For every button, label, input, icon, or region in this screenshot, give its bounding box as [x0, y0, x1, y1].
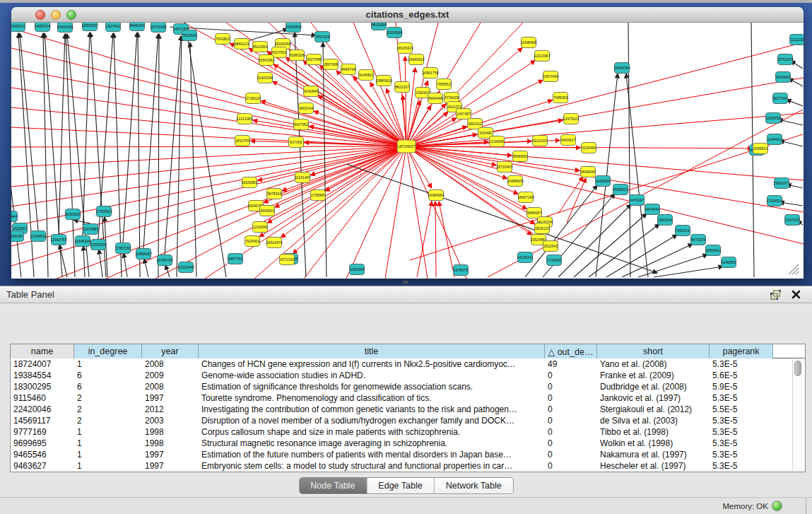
table-row[interactable]: 1456911722003Disruption of a novel membe…: [11, 415, 805, 426]
table-cell[interactable]: 2008: [142, 381, 199, 392]
table-cell[interactable]: Hescheler et al. (1997): [597, 460, 710, 472]
table-cell[interactable]: 0: [545, 460, 597, 472]
table-cell[interactable]: 5.3E-5: [710, 460, 773, 472]
table-row[interactable]: 1872400712008Changes of HCN gene express…: [11, 358, 805, 370]
table-cell[interactable]: 5.5E-5: [710, 404, 773, 415]
table-cell[interactable]: 18300295: [11, 381, 74, 392]
table-cell[interactable]: Stergiakouli et al. (2012): [597, 404, 710, 415]
table-cell[interactable]: 5.3E-5: [710, 392, 773, 404]
column-header[interactable]: title: [199, 344, 545, 358]
table-cell[interactable]: 5.9E-5: [710, 381, 773, 392]
table-cell[interactable]: 6: [74, 370, 142, 381]
table-cell[interactable]: Structural magnetic resonance image aver…: [199, 438, 545, 449]
table-cell[interactable]: 0: [545, 370, 597, 381]
table-row[interactable]: 1830029562008Estimation of significance …: [11, 381, 805, 392]
table-cell[interactable]: Nakamura et al. (1997): [597, 449, 710, 460]
table-row[interactable]: 977716911998Corpus callosum shape and si…: [11, 426, 805, 438]
table-cell[interactable]: 0: [545, 449, 597, 460]
resize-grip[interactable]: [789, 264, 799, 274]
table-cell[interactable]: 1: [74, 358, 142, 370]
table-cell[interactable]: 18724007: [11, 358, 74, 370]
table-cell[interactable]: 2012: [142, 404, 199, 415]
table-cell[interactable]: 14569117: [11, 415, 74, 426]
table-cell[interactable]: Tourette syndrome. Phenomenology and cla…: [199, 392, 545, 404]
table-cell[interactable]: 5.3E-5: [710, 449, 773, 460]
column-header[interactable]: in_degree: [74, 344, 142, 358]
table-row[interactable]: 946362711997Embryonic stem cells: a mode…: [11, 460, 805, 472]
scrollbar-thumb[interactable]: [794, 361, 801, 376]
table-cell[interactable]: 5.3E-5: [710, 415, 773, 426]
table-cell[interactable]: Dudbridge et al. (2008): [597, 381, 710, 392]
tab-network-table[interactable]: Network Table: [435, 478, 513, 493]
table-cell[interactable]: 1997: [142, 392, 199, 404]
column-header[interactable]: short: [597, 344, 710, 358]
graph-node-label: 7955812: [437, 82, 451, 86]
table-cell[interactable]: Genome-wide association studies in ADHD.: [199, 370, 545, 381]
table-row[interactable]: 946554611997Estimation of the future num…: [11, 449, 805, 460]
table-cell[interactable]: Jankovic et al. (1997): [597, 392, 710, 404]
table-cell[interactable]: 2003: [142, 415, 199, 426]
table-cell[interactable]: 9699695: [11, 438, 74, 449]
table-cell[interactable]: 0: [545, 438, 597, 449]
table-cell[interactable]: 5.3E-5: [710, 438, 773, 449]
table-cell[interactable]: 6: [74, 381, 142, 392]
table-cell[interactable]: 19384554: [11, 370, 74, 381]
graph-node-label: 9474444: [645, 207, 659, 211]
table-cell[interactable]: 2: [74, 392, 142, 404]
table-row[interactable]: 1938455462009Genome-wide association stu…: [11, 370, 805, 381]
column-header[interactable]: name: [11, 344, 74, 358]
table-cell[interactable]: 2009: [142, 370, 199, 381]
table-cell[interactable]: 1: [74, 449, 142, 460]
table-cell[interactable]: 0: [545, 404, 597, 415]
table-cell[interactable]: Changes of HCN gene expression and I(f) …: [199, 358, 545, 370]
table-cell[interactable]: Tibbo et al. (1998): [597, 426, 710, 438]
table-row[interactable]: 2242004622012Investigating the contribut…: [11, 404, 805, 415]
table-cell[interactable]: 1: [74, 426, 142, 438]
table-cell[interactable]: 1: [74, 438, 142, 449]
table-cell[interactable]: Wolkin et al. (1998): [597, 438, 710, 449]
table-cell[interactable]: de Silva et al. (2003): [597, 415, 710, 426]
table-cell[interactable]: 1998: [142, 426, 199, 438]
tab-edge-table[interactable]: Edge Table: [367, 478, 434, 493]
table-cell[interactable]: 9115460: [11, 392, 74, 404]
table-cell[interactable]: Investigating the contribution of common…: [199, 404, 545, 415]
table-cell[interactable]: 5.6E-5: [710, 370, 773, 381]
table-cell[interactable]: 0: [545, 381, 597, 392]
table-cell[interactable]: 2: [74, 404, 142, 415]
table-cell[interactable]: 49: [545, 358, 597, 370]
table-cell[interactable]: 9465546: [11, 449, 74, 460]
splitter-handle[interactable]: [403, 281, 408, 284]
table-cell[interactable]: 0: [545, 426, 597, 438]
network-view[interactable]: 2405572240557242069140610653257152760284…: [11, 23, 804, 279]
table-row[interactable]: 911546021997Tourette syndrome. Phenomeno…: [11, 392, 805, 404]
table-cell[interactable]: 2: [74, 415, 142, 426]
table-cell[interactable]: 2008: [142, 358, 199, 370]
close-panel-icon[interactable]: [792, 290, 801, 299]
table-cell[interactable]: Franke et al. (2009): [597, 370, 710, 381]
table-cell[interactable]: 22420046: [11, 404, 74, 415]
table-cell[interactable]: Yano et al. (2008): [597, 358, 710, 370]
column-header[interactable]: △ out_de…: [545, 344, 597, 358]
vertical-scrollbar[interactable]: [792, 359, 804, 471]
tab-node-table[interactable]: Node Table: [299, 478, 367, 493]
table-cell[interactable]: Corpus callosum shape and size in male p…: [199, 426, 545, 438]
table-cell[interactable]: Estimation of significance thresholds fo…: [199, 381, 545, 392]
table-cell[interactable]: 1998: [142, 438, 199, 449]
table-cell[interactable]: 5.3E-5: [710, 426, 773, 438]
table-cell[interactable]: 9463627: [11, 460, 74, 472]
table-cell[interactable]: 5.3E-5: [710, 358, 773, 370]
network-window-titlebar[interactable]: citations_edges.txt: [11, 7, 804, 23]
column-header[interactable]: year: [142, 344, 199, 358]
float-panel-icon[interactable]: [770, 290, 781, 300]
table-cell[interactable]: 0: [545, 415, 597, 426]
table-cell[interactable]: 9777169: [11, 426, 74, 438]
table-cell[interactable]: 1997: [142, 449, 199, 460]
table-row[interactable]: 969969511998Structural magnetic resonanc…: [11, 438, 805, 449]
table-cell[interactable]: Disruption of a novel member of a sodium…: [199, 415, 545, 426]
table-cell[interactable]: Embryonic stem cells: a model to study s…: [199, 460, 545, 472]
table-cell[interactable]: 1997: [142, 460, 199, 472]
table-cell[interactable]: 1: [74, 460, 142, 472]
column-header[interactable]: pagerank: [710, 344, 773, 358]
table-cell[interactable]: Estimation of the future numbers of pati…: [199, 449, 545, 460]
table-cell[interactable]: 0: [545, 392, 597, 404]
